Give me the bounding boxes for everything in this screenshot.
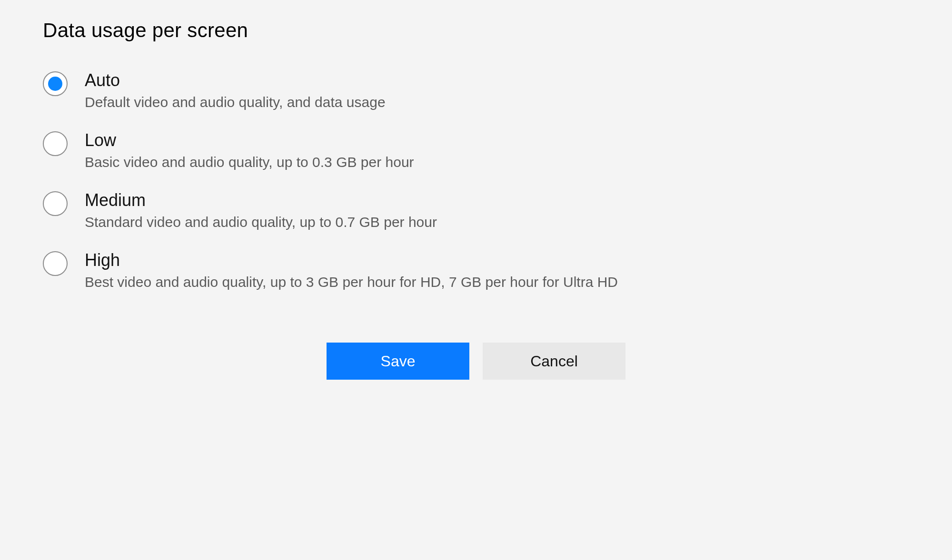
option-high[interactable]: High Best video and audio quality, up to…	[43, 250, 909, 290]
radio-high[interactable]	[43, 251, 68, 276]
option-label: Low	[85, 130, 414, 150]
option-description: Standard video and audio quality, up to …	[85, 214, 437, 230]
option-description: Basic video and audio quality, up to 0.3…	[85, 154, 414, 170]
radio-low[interactable]	[43, 131, 68, 156]
option-text: High Best video and audio quality, up to…	[85, 250, 618, 290]
radio-selected-dot-icon	[48, 77, 62, 91]
option-label: High	[85, 250, 618, 270]
page-title: Data usage per screen	[43, 19, 909, 42]
option-medium[interactable]: Medium Standard video and audio quality,…	[43, 190, 909, 230]
option-description: Best video and audio quality, up to 3 GB…	[85, 274, 618, 290]
data-usage-panel: Data usage per screen Auto Default video…	[0, 0, 952, 380]
cancel-button[interactable]: Cancel	[483, 343, 625, 380]
radio-auto[interactable]	[43, 71, 68, 96]
option-label: Medium	[85, 190, 437, 210]
options-list: Auto Default video and audio quality, an…	[43, 70, 909, 290]
option-label: Auto	[85, 70, 386, 90]
option-text: Medium Standard video and audio quality,…	[85, 190, 437, 230]
option-text: Low Basic video and audio quality, up to…	[85, 130, 414, 170]
save-button[interactable]: Save	[327, 343, 469, 380]
option-description: Default video and audio quality, and dat…	[85, 94, 386, 110]
radio-medium[interactable]	[43, 191, 68, 216]
option-text: Auto Default video and audio quality, an…	[85, 70, 386, 110]
option-auto[interactable]: Auto Default video and audio quality, an…	[43, 70, 909, 110]
action-buttons: Save Cancel	[43, 343, 909, 380]
option-low[interactable]: Low Basic video and audio quality, up to…	[43, 130, 909, 170]
